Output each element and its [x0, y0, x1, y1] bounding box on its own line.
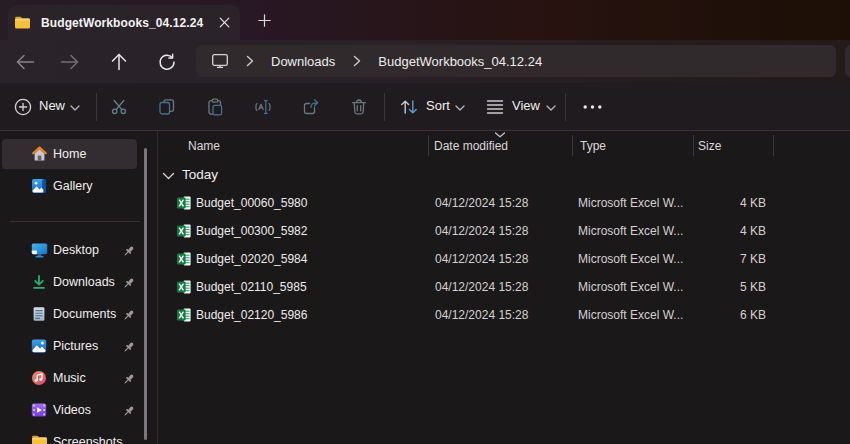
content-area: Home Gallery: [0, 131, 850, 444]
chevron-down-icon: [546, 105, 556, 111]
this-pc-icon: [211, 53, 229, 69]
delete-button[interactable]: [350, 98, 368, 116]
refresh-icon: [158, 53, 176, 71]
pin-icon: [121, 307, 137, 323]
column-separator[interactable]: [773, 135, 774, 156]
breadcrumb-current-folder[interactable]: BudgetWorkbooks_04.12.24: [378, 54, 542, 69]
file-type: Microsoft Excel W...: [578, 252, 683, 266]
new-button-label: New: [39, 98, 65, 113]
file-explorer-window: BudgetWorkbooks_04.12.24: [0, 0, 850, 444]
breadcrumb-chevron-icon: [246, 55, 254, 67]
view-button-label: View: [512, 98, 540, 113]
column-header-date-modified[interactable]: Date modified: [434, 139, 508, 153]
sidebar-item-documents[interactable]: Documents: [2, 299, 137, 329]
command-bar: New: [0, 83, 850, 131]
group-collapse-chevron-icon[interactable]: [162, 172, 175, 180]
address-bar[interactable]: Downloads BudgetWorkbooks_04.12.24: [196, 45, 836, 77]
sidebar-scrollbar[interactable]: [144, 148, 147, 440]
sidebar-item-screenshots[interactable]: Screenshots: [2, 427, 137, 444]
folder-icon: [14, 15, 31, 30]
home-icon: [31, 146, 48, 162]
sidebar-divider: [10, 221, 140, 222]
sidebar-item-pictures[interactable]: Pictures: [2, 331, 137, 361]
breadcrumb-downloads[interactable]: Downloads: [271, 54, 335, 69]
file-type: Microsoft Excel W...: [578, 280, 683, 294]
sidebar-item-desktop[interactable]: Desktop: [2, 235, 137, 265]
column-separator[interactable]: [693, 135, 694, 156]
pin-icon: [121, 403, 137, 419]
toolbar-divider: [384, 93, 385, 121]
up-button[interactable]: [106, 52, 132, 72]
more-options-button[interactable]: [582, 103, 603, 111]
pin-icon: [121, 275, 137, 291]
tab-strip: BudgetWorkbooks_04.12.24: [0, 0, 850, 40]
sidebar-item-label: Documents: [53, 307, 116, 321]
excel-file-icon: [176, 279, 192, 295]
folder-icon: [31, 434, 48, 444]
column-header-size[interactable]: Size: [698, 139, 721, 153]
column-header-row: Name Date modified Type Size: [158, 131, 850, 157]
sidebar-item-label: Screenshots: [53, 435, 122, 444]
file-row[interactable]: Budget_02120_5986 04/12/2024 15:28 Micro…: [158, 301, 850, 329]
file-row[interactable]: Budget_00060_5980 04/12/2024 15:28 Micro…: [158, 189, 850, 217]
chevron-down-icon: [455, 105, 465, 111]
back-button[interactable]: [12, 52, 38, 72]
column-header-name[interactable]: Name: [188, 139, 220, 153]
file-date-modified: 04/12/2024 15:28: [435, 252, 528, 266]
view-icon: [486, 99, 504, 115]
copy-button[interactable]: [158, 98, 176, 116]
navigation-bar: Downloads BudgetWorkbooks_04.12.24: [0, 40, 850, 83]
explorer-tab[interactable]: BudgetWorkbooks_04.12.24: [8, 5, 240, 40]
sidebar-item-downloads[interactable]: Downloads: [2, 267, 137, 297]
share-button[interactable]: [302, 98, 320, 116]
tab-close-button[interactable]: [213, 12, 235, 33]
file-date-modified: 04/12/2024 15:28: [435, 280, 528, 294]
file-row[interactable]: Budget_02020_5984 04/12/2024 15:28 Micro…: [158, 245, 850, 273]
forward-button[interactable]: [56, 52, 82, 72]
sidebar-item-gallery[interactable]: Gallery: [2, 171, 137, 201]
rename-button[interactable]: [254, 98, 272, 116]
file-size: 4 KB: [698, 224, 766, 238]
breadcrumb-chevron-icon: [353, 55, 361, 67]
file-row[interactable]: Budget_02110_5985 04/12/2024 15:28 Micro…: [158, 273, 850, 301]
cut-button[interactable]: [110, 98, 128, 116]
file-date-modified: 04/12/2024 15:28: [435, 224, 528, 238]
tab-title: BudgetWorkbooks_04.12.24: [41, 16, 203, 30]
file-name: Budget_02020_5984: [196, 252, 307, 266]
refresh-button[interactable]: [154, 52, 180, 72]
excel-file-icon: [176, 251, 192, 267]
close-icon: [219, 17, 230, 28]
sidebar-item-videos[interactable]: Videos: [2, 395, 137, 425]
up-arrow-icon: [111, 53, 127, 71]
file-size: 6 KB: [698, 308, 766, 322]
toolbar-divider: [96, 93, 97, 121]
new-tab-button[interactable]: [252, 9, 276, 32]
column-header-type[interactable]: Type: [580, 139, 606, 153]
paste-button[interactable]: [206, 98, 224, 116]
back-arrow-icon: [16, 54, 35, 70]
file-date-modified: 04/12/2024 15:28: [435, 196, 528, 210]
file-type: Microsoft Excel W...: [578, 224, 683, 238]
file-date-modified: 04/12/2024 15:28: [435, 308, 528, 322]
file-type: Microsoft Excel W...: [578, 196, 683, 210]
column-separator[interactable]: [428, 135, 429, 156]
sidebar-item-label: Pictures: [53, 339, 98, 353]
group-header-today[interactable]: Today: [158, 163, 850, 189]
documents-icon: [31, 306, 47, 322]
excel-file-icon: [176, 307, 192, 323]
file-row[interactable]: Budget_00300_5982 04/12/2024 15:28 Micro…: [158, 217, 850, 245]
file-size: 4 KB: [698, 196, 766, 210]
column-separator[interactable]: [572, 135, 573, 156]
search-box[interactable]: [845, 45, 850, 77]
downloads-icon: [31, 274, 47, 290]
sort-button-label: Sort: [426, 98, 450, 113]
chevron-down-icon: [70, 105, 80, 111]
file-name: Budget_02110_5985: [196, 280, 307, 294]
new-plus-circle-icon: [14, 98, 32, 116]
navigation-pane: Home Gallery: [0, 131, 158, 444]
pictures-icon: [31, 338, 47, 354]
sidebar-item-home[interactable]: Home: [2, 139, 137, 169]
file-type: Microsoft Excel W...: [578, 308, 683, 322]
sidebar-item-music[interactable]: Music: [2, 363, 137, 393]
sidebar-item-label: Downloads: [53, 275, 115, 289]
